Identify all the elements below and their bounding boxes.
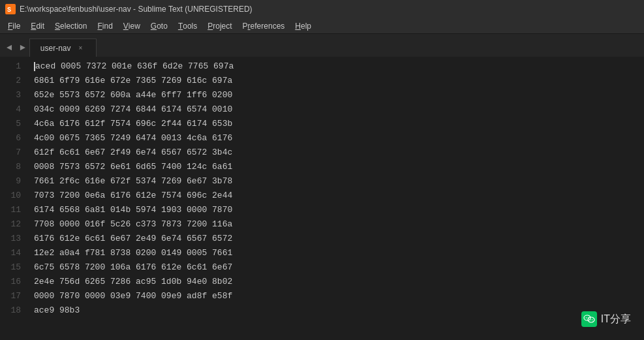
line-number: 11: [5, 203, 21, 217]
code-line: 6176 612e 6c61 6e67 2e49 6e74 6567 6572: [34, 232, 639, 246]
app-icon: S: [5, 4, 16, 14]
line-numbers: 123456789101112131415161718: [0, 57, 29, 340]
line-number: 13: [5, 232, 21, 246]
line-number: 3: [5, 88, 21, 102]
line-number: 18: [5, 303, 21, 318]
watermark: IT分享: [581, 311, 631, 327]
menu-project[interactable]: Project: [202, 18, 237, 33]
code-line: aced 0005 7372 001e 636f 6d2e 7765 697a: [34, 59, 639, 74]
svg-text:S: S: [7, 7, 11, 14]
line-number: 4: [5, 102, 21, 117]
code-line: 7708 0000 016f 5c26 c373 7873 7200 116a: [34, 217, 639, 232]
tab-user-nav[interactable]: user-nav ×: [29, 39, 97, 57]
code-line: 0000 7870 0000 03e9 7400 09e9 ad8f e58f: [34, 289, 639, 303]
menu-tools[interactable]: Tools: [173, 18, 202, 33]
line-number: 7: [5, 146, 21, 160]
menu-file[interactable]: File: [3, 18, 25, 33]
code-line: 4c6a 6176 612f 7574 696c 2f44 6174 653b: [34, 117, 639, 131]
line-number: 15: [5, 260, 21, 275]
code-line: 612f 6c61 6e67 2f49 6e74 6567 6572 3b4c: [34, 146, 639, 160]
code-line: 2e4e 756d 6265 7286 ac95 1d0b 94e0 8b02: [34, 275, 639, 289]
menu-bar: File Edit Selection Find View Goto Tools…: [0, 18, 644, 34]
code-content[interactable]: aced 0005 7372 001e 636f 6d2e 7765 697a6…: [29, 57, 644, 340]
svg-point-3: [585, 317, 587, 318]
tab-prev-button[interactable]: ◄: [3, 40, 16, 55]
code-line: 7073 7200 0e6a 6176 612e 7574 696c 2e44: [34, 189, 639, 203]
title-bar-text: E:\workspace\fenbushi\user-nav - Sublime…: [20, 5, 253, 14]
line-number: 17: [5, 289, 21, 303]
code-line: 034c 0009 6269 7274 6844 6174 6574 0010: [34, 102, 639, 117]
wechat-icon: [581, 311, 597, 327]
line-number: 5: [5, 117, 21, 131]
code-line: 652e 5573 6572 600a a44e 6ff7 1ff6 0200: [34, 88, 639, 102]
line-number: 12: [5, 217, 21, 232]
code-line: 4c00 0675 7365 7249 6474 0013 4c6a 6176: [34, 131, 639, 146]
text-cursor: [34, 62, 35, 71]
line-number: 16: [5, 275, 21, 289]
line-number: 8: [5, 160, 21, 174]
code-line: 0008 7573 6572 6e61 6d65 7400 124c 6a61: [34, 160, 639, 174]
menu-view[interactable]: View: [118, 18, 146, 33]
menu-help[interactable]: Help: [290, 18, 316, 33]
menu-selection[interactable]: Selection: [50, 18, 92, 33]
svg-point-5: [588, 317, 594, 322]
line-number: 6: [5, 131, 21, 146]
code-line: 6c75 6578 7200 106a 6176 612e 6c61 6e67: [34, 260, 639, 275]
code-line: 7661 2f6c 616e 672f 5374 7269 6e67 3b78: [34, 174, 639, 189]
tab-next-button[interactable]: ►: [16, 40, 29, 55]
line-number: 14: [5, 246, 21, 260]
line-number: 9: [5, 174, 21, 189]
code-line: ace9 98b3: [34, 303, 639, 318]
code-line: 12e2 a0a4 f781 8738 0200 0149 0005 7661: [34, 246, 639, 260]
svg-point-6: [589, 319, 590, 320]
code-line: 6861 6f79 616e 672e 7365 7269 616c 697a: [34, 74, 639, 88]
title-bar: S E:\workspace\fenbushi\user-nav - Subli…: [0, 0, 644, 18]
line-number: 10: [5, 189, 21, 203]
code-line: 6174 6568 6a81 014b 5974 1903 0000 7870: [34, 203, 639, 217]
tab-close-button[interactable]: ×: [76, 44, 85, 53]
tab-bar: ◄ ► user-nav ×: [0, 34, 644, 57]
line-number: 2: [5, 74, 21, 88]
svg-point-7: [591, 319, 592, 320]
menu-goto[interactable]: Goto: [146, 18, 173, 33]
menu-preferences[interactable]: Preferences: [238, 18, 290, 33]
watermark-text: IT分享: [601, 313, 631, 326]
tab-label: user-nav: [40, 44, 71, 53]
line-number: 1: [5, 59, 21, 74]
menu-edit[interactable]: Edit: [25, 18, 50, 33]
editor-area: 123456789101112131415161718 aced 0005 73…: [0, 57, 644, 340]
menu-find[interactable]: Find: [92, 18, 117, 33]
